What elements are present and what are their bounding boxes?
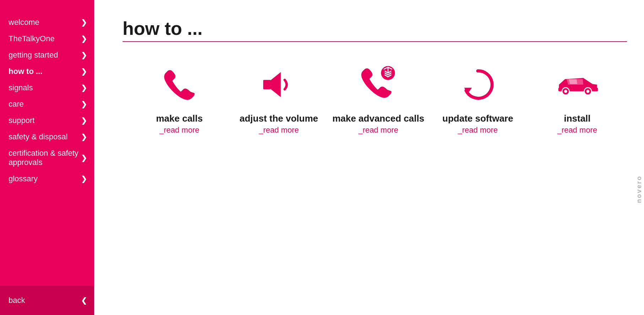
sidebar-bottom: back ❮ — [0, 286, 94, 315]
chevron-right-icon: ❯ — [81, 18, 87, 27]
sidebar-label-thetalky: TheTalkyOne — [9, 34, 55, 43]
card-install[interactable]: install_read more — [527, 63, 627, 135]
sidebar-item-care[interactable]: care❯ — [0, 96, 94, 112]
card-readmore-adjust-volume[interactable]: _read more — [259, 126, 299, 135]
chevron-left-icon: ❮ — [81, 296, 87, 305]
sidebar-label-welcome: welcome — [9, 18, 39, 27]
sidebar-item-welcome[interactable]: welcome❯ — [0, 14, 94, 31]
card-advanced-calls[interactable]: ✳ make advanced calls_read more — [329, 63, 428, 135]
phone-advanced-icon: ✳ — [357, 63, 400, 106]
sidebar-item-safety[interactable]: safety & disposal❯ — [0, 129, 94, 145]
back-button[interactable]: back ❮ — [0, 286, 94, 315]
cards-row: make calls_read more adjust the volume_r… — [123, 63, 627, 135]
refresh-icon — [456, 63, 499, 106]
sidebar: welcome❯TheTalkyOne❯getting started❯how … — [0, 0, 94, 315]
card-make-calls[interactable]: make calls_read more — [130, 63, 229, 135]
sidebar-label-how-to: how to ... — [9, 67, 42, 76]
sidebar-item-certification[interactable]: certification & safety approvals❯ — [0, 145, 94, 171]
car-icon — [556, 63, 599, 106]
chevron-right-icon: ❯ — [81, 116, 87, 125]
sidebar-nav: welcome❯TheTalkyOne❯getting started❯how … — [0, 11, 94, 286]
card-readmore-install[interactable]: _read more — [557, 126, 597, 135]
phone-icon — [158, 63, 201, 106]
sidebar-item-glossary[interactable]: glossary❯ — [0, 171, 94, 187]
sidebar-label-support: support — [9, 116, 34, 125]
back-label: back — [9, 296, 25, 305]
card-readmore-make-calls[interactable]: _read more — [159, 126, 200, 135]
card-update-software[interactable]: update software_read more — [428, 63, 527, 135]
chevron-right-icon: ❯ — [81, 133, 87, 141]
svg-rect-0 — [263, 80, 271, 89]
card-label-make-calls: make calls — [156, 113, 203, 124]
card-label-update-software: update software — [442, 113, 513, 124]
card-readmore-advanced-calls[interactable]: _read more — [358, 126, 399, 135]
chevron-right-icon: ❯ — [81, 34, 87, 43]
card-label-install: install — [564, 113, 590, 124]
sidebar-label-safety: safety & disposal — [9, 132, 67, 142]
chevron-right-icon: ❯ — [81, 175, 87, 183]
card-adjust-volume[interactable]: adjust the volume_read more — [229, 63, 329, 135]
sidebar-item-how-to[interactable]: how to ...❯ — [0, 63, 94, 80]
chevron-right-icon: ❯ — [81, 154, 87, 162]
sidebar-item-thetalky[interactable]: TheTalkyOne❯ — [0, 31, 94, 47]
page-title: how to ... — [123, 18, 627, 39]
chevron-right-icon: ❯ — [81, 67, 87, 76]
title-divider — [123, 41, 627, 42]
svg-marker-1 — [271, 72, 281, 97]
main-content: how to ... make calls_read more adjust t… — [94, 0, 644, 315]
sidebar-item-getting-started[interactable]: getting started❯ — [0, 47, 94, 63]
sidebar-label-care: care — [9, 100, 24, 109]
sidebar-item-signals[interactable]: signals❯ — [0, 80, 94, 96]
sidebar-label-certification: certification & safety approvals — [9, 149, 81, 167]
sidebar-label-signals: signals — [9, 83, 33, 92]
chevron-right-icon: ❯ — [81, 51, 87, 59]
svg-point-10 — [586, 90, 590, 93]
sidebar-item-support[interactable]: support❯ — [0, 112, 94, 129]
chevron-right-icon: ❯ — [81, 84, 87, 92]
volume-icon — [258, 63, 300, 106]
chevron-right-icon: ❯ — [81, 100, 87, 108]
card-label-adjust-volume: adjust the volume — [239, 113, 318, 124]
sidebar-label-getting-started: getting started — [9, 50, 58, 60]
card-label-advanced-calls: make advanced calls — [332, 113, 424, 124]
novero-brand: novero — [635, 175, 643, 203]
svg-point-8 — [564, 90, 567, 93]
sidebar-label-glossary: glossary — [9, 174, 38, 183]
card-readmore-update-software[interactable]: _read more — [458, 126, 498, 135]
